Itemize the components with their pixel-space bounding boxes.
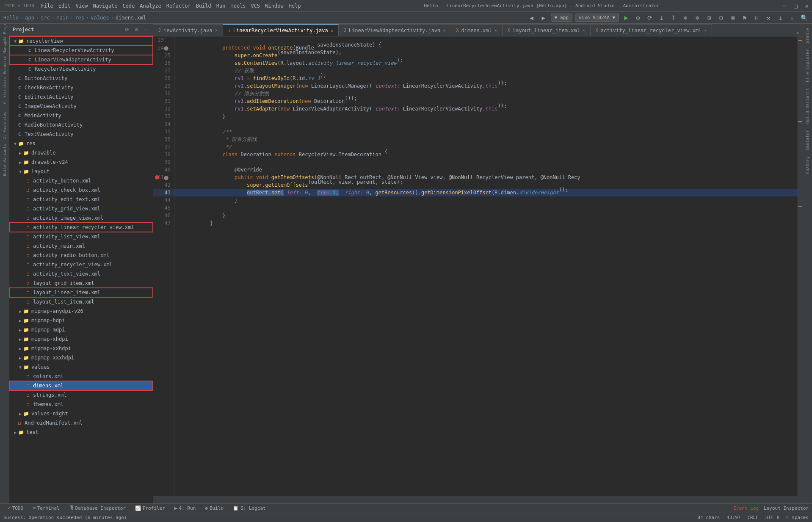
- tree-item-imageviewactivity[interactable]: C ImageViewActivity: [9, 102, 153, 111]
- build-button[interactable]: ⚙: [633, 13, 643, 22]
- toolbar-icon-6[interactable]: ⊞: [704, 13, 714, 22]
- right-sidebar-gradle[interactable]: Gradle: [804, 25, 811, 46]
- toolbar-icon-10[interactable]: ⚐: [752, 13, 761, 22]
- toolbar-icon-11[interactable]: ⚒: [764, 13, 773, 22]
- tree-xml-layout-griditem[interactable]: 🗋 layout_grid_item.xml: [9, 279, 153, 288]
- crumb-values[interactable]: values: [91, 15, 109, 21]
- tree-xml-layout-linearitem[interactable]: 🗋 layout_linear_item.xml: [9, 288, 153, 297]
- sidebar-favorites-icon[interactable]: 2: Favorites: [0, 121, 9, 130]
- tree-folder-recyclerview[interactable]: ▼ 📁 recyclerView: [9, 36, 153, 46]
- toolbar-icon-12[interactable]: ⚓: [776, 13, 785, 22]
- sidebar-project-icon[interactable]: 1: Project: [0, 25, 9, 34]
- nav-forward-button[interactable]: ▶: [539, 13, 548, 22]
- tree-folder-mipmap-xhdpi[interactable]: ▶ 📁 mipmap-xhdpi: [9, 334, 153, 344]
- tree-folder-mipmap-hdpi[interactable]: ▶ 📁 mipmap-hdpi: [9, 316, 153, 325]
- tree-xml-activity-main[interactable]: 🗋 activity_main.xml: [9, 241, 153, 251]
- tree-folder-mipmap-xxhdpi[interactable]: ▶ 📁 mipmap-xxhdpi: [9, 344, 153, 353]
- tab-close-icon-2[interactable]: ✕: [331, 28, 333, 33]
- sidebar-buildvariants-icon[interactable]: Build Variants: [0, 156, 9, 164]
- event-log[interactable]: Event Log: [733, 505, 759, 511]
- menu-analyze[interactable]: Analyze: [140, 3, 161, 9]
- toolbar-icon-9[interactable]: ⚑: [740, 13, 749, 22]
- right-sidebar-file-explorer[interactable]: File Explorer: [804, 47, 811, 85]
- tree-xml-activity-checkbox[interactable]: 🗋 activity_check_box.xml: [9, 185, 153, 195]
- bottom-tab-run[interactable]: ▶ 4: Run: [170, 504, 200, 513]
- search-button[interactable]: 🔍: [799, 13, 809, 22]
- menu-window[interactable]: Window: [265, 3, 283, 9]
- panel-icon-expand[interactable]: —: [142, 26, 149, 33]
- tree-xml-activity-textview[interactable]: 🗋 activity_text_view.xml: [9, 269, 153, 279]
- tree-xml-activity-button[interactable]: 🗋 activity_button.xml: [9, 176, 153, 185]
- tree-folder-mipmap-anydpi[interactable]: ▶ 📁 mipmap-anydpi-v26: [9, 307, 153, 316]
- menu-bar[interactable]: File Edit View Navigate Code Analyze Ref…: [41, 3, 301, 9]
- crumb-res[interactable]: res: [75, 15, 84, 21]
- tree-folder-test[interactable]: ▶ 📁 test: [9, 428, 153, 437]
- code-editor[interactable]: protected void onCreate(Bundle savedInst…: [174, 36, 798, 496]
- toolbar-icon-8[interactable]: ⊠: [728, 13, 737, 22]
- tree-xml-strings[interactable]: 🗋 strings.xml: [9, 390, 153, 400]
- bottom-tab-db[interactable]: 🗄 Database Inspector: [65, 504, 130, 513]
- tab-dimens[interactable]: X dimens.xml ✕: [451, 24, 503, 36]
- crumb-hello[interactable]: Hello: [3, 15, 19, 21]
- nav-back-button[interactable]: ◀: [527, 13, 536, 22]
- tree-item-radiobuttonactivity[interactable]: C RadioButtonActivity: [9, 120, 153, 130]
- sidebar-structure-icon[interactable]: Z: Structure: [0, 86, 9, 95]
- menu-vcs[interactable]: VCS: [251, 3, 260, 9]
- toolbar-icon-7[interactable]: ⊟: [716, 13, 726, 22]
- tab-close-icon-3[interactable]: ✕: [443, 28, 445, 33]
- toolbar-icon-4[interactable]: ⊕: [681, 13, 690, 22]
- tree-item-mainactivity[interactable]: C MainActivity: [9, 111, 153, 120]
- tree-item-linearrecyclerview[interactable]: C LinearRecyclerViewActivity: [9, 46, 153, 55]
- tree-xml-activity-radiobutton[interactable]: 🗋 activity_radio_button.xml: [9, 251, 153, 260]
- tab-close-icon-6[interactable]: ✕: [704, 28, 707, 33]
- tree-item-textviewactivity[interactable]: C TextViewActivity: [9, 130, 153, 139]
- maximize-button[interactable]: □: [794, 3, 797, 9]
- tab-layout-linear-item[interactable]: X layout_linear_item.xml ✕: [503, 24, 591, 36]
- tree-item-recyclerview[interactable]: C RecyclerViewActivity: [9, 64, 153, 74]
- tab-linearrecyclerview[interactable]: J LinearRecyclerViewActivity.java ✕: [223, 24, 339, 36]
- bottom-tab-terminal[interactable]: ⌨ Terminal: [28, 504, 64, 513]
- tree-xml-layout-listitem[interactable]: 🗋 layout_list_item.xml: [9, 297, 153, 307]
- crumb-src[interactable]: src: [41, 15, 50, 21]
- sidebar-resource-icon[interactable]: Resource Manager: [0, 52, 9, 60]
- tab-close-icon[interactable]: ✕: [215, 28, 218, 33]
- tree-xml-activity-listview[interactable]: 🗋 activity_list_view.xml: [9, 232, 153, 241]
- toolbar-icon-2[interactable]: ⤓: [657, 13, 666, 22]
- panel-icon-sync[interactable]: ⟳: [123, 26, 131, 33]
- tab-close-icon-4[interactable]: ✕: [494, 28, 497, 33]
- menu-refactor[interactable]: Refactor: [166, 3, 191, 9]
- tree-xml-dimens[interactable]: 🗋 dimens.xml: [9, 381, 153, 390]
- tree-xml-colors[interactable]: 🗋 colors.xml: [9, 372, 153, 381]
- tree-xml-androidmanifest[interactable]: 🗋 AndroidManifest.xml: [9, 418, 153, 428]
- toolbar-icon-3[interactable]: ⤒: [669, 13, 678, 22]
- menu-file[interactable]: File: [41, 3, 53, 9]
- minimize-button[interactable]: ─: [783, 3, 786, 9]
- right-sidebar-build-variants[interactable]: Build Variants: [804, 86, 811, 126]
- menu-view[interactable]: View: [76, 3, 88, 9]
- bottom-tab-logcat[interactable]: 📋 6: Logcat: [229, 504, 270, 513]
- tree-folder-mipmap-mdpi[interactable]: ▶ 📁 mipmap-mdpi: [9, 325, 153, 334]
- menu-edit[interactable]: Edit: [58, 3, 71, 9]
- tree-xml-activity-edittext[interactable]: 🗋 activity_edit_text.xml: [9, 195, 153, 204]
- menu-run[interactable]: Run: [216, 3, 226, 9]
- bottom-tab-todo[interactable]: ✓ TODO: [3, 504, 28, 513]
- tree-folder-mipmap-xxxhdpi[interactable]: ▶ 📁 mipmap-xxxhdpi: [9, 353, 153, 362]
- tree-folder-drawable[interactable]: ▶ 📁 drawable: [9, 148, 153, 157]
- menu-code[interactable]: Code: [122, 3, 135, 9]
- crumb-app[interactable]: app: [25, 15, 34, 21]
- tree-folder-drawable-v24[interactable]: ▶ 📁 drawable-v24: [9, 157, 153, 167]
- menu-navigate[interactable]: Navigate: [93, 3, 118, 9]
- tab-close-icon-5[interactable]: ✕: [583, 28, 585, 33]
- menu-tools[interactable]: Tools: [230, 3, 246, 9]
- panel-icon-settings[interactable]: ⚙: [133, 26, 140, 33]
- tab-list-button[interactable]: ▾: [796, 30, 799, 36]
- tab-activity-linear-recycler[interactable]: X activity_linear_recycler_view.xml ✕: [591, 24, 712, 36]
- layout-inspector[interactable]: Layout Inspector: [764, 505, 809, 511]
- app-selector[interactable]: ▼ app: [551, 14, 572, 22]
- tree-xml-activity-linearrecycler[interactable]: 🗋 activity_linear_recycler_view.xml: [9, 223, 153, 232]
- menu-build[interactable]: Build: [196, 3, 211, 9]
- device-selector[interactable]: vivo V1824A ▼: [575, 14, 619, 22]
- bottom-tab-profiler[interactable]: 📈 Profiler: [131, 504, 169, 513]
- tree-folder-layout[interactable]: ▼ 📁 layout: [9, 167, 153, 176]
- tree-xml-activity-imageview[interactable]: 🗋 activity_image_view.xml: [9, 213, 153, 223]
